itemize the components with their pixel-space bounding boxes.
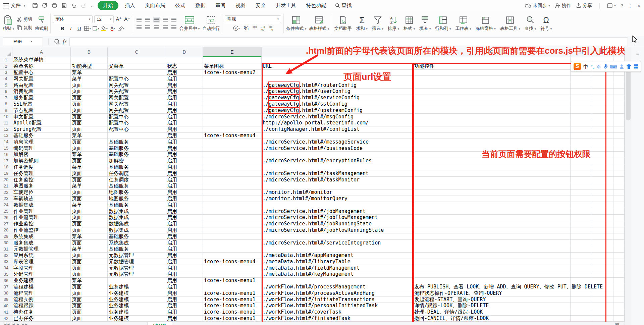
align-center-icon[interactable] — [144, 24, 151, 30]
cell-G32[interactable] — [413, 253, 571, 259]
cell-G27[interactable] — [413, 221, 571, 227]
cell-A24[interactable]: 数据集成 — [12, 202, 71, 208]
row-header-32[interactable]: 32 — [0, 253, 12, 259]
cell-G24[interactable] — [413, 202, 571, 208]
cell-H29[interactable] — [571, 233, 592, 240]
cell-C11[interactable]: 配置中心 — [108, 120, 166, 126]
cell-stub42[interactable] — [613, 316, 625, 322]
align-top-icon[interactable] — [136, 17, 143, 22]
cell-G28[interactable] — [413, 227, 571, 234]
column-header-E[interactable]: E — [203, 47, 262, 57]
ribbon-tool-sigma[interactable]: Σ求和 ▾ — [356, 16, 368, 32]
cell-I24[interactable] — [592, 202, 613, 208]
cell-G10[interactable] — [413, 114, 571, 120]
cell-C8[interactable]: 网关配置 — [108, 101, 166, 108]
find-button[interactable]: 查找 — [335, 2, 352, 9]
decrease-decimal-icon[interactable]: .00→.0 — [268, 26, 273, 31]
cell-B21[interactable]: 菜单 — [71, 183, 108, 189]
cell-B28[interactable]: 页面 — [71, 227, 108, 234]
tab-9[interactable]: 特色功能 — [302, 1, 330, 10]
cell-A26[interactable]: 作业流管理 — [12, 215, 71, 221]
cell-C38[interactable]: 业务建模 — [108, 290, 166, 296]
row-header-30[interactable]: 30 — [0, 240, 12, 246]
cell-D16[interactable]: 启用 — [166, 152, 203, 158]
ribbon-tool-freeze[interactable]: ✳冻结窗格 ▾ — [476, 16, 496, 32]
cell-stub39[interactable] — [613, 296, 625, 303]
cell-B40[interactable]: 页面 — [71, 303, 108, 309]
row-header-2[interactable]: 2 — [0, 63, 12, 70]
row-header-33[interactable]: 33 — [0, 259, 12, 265]
cell-C32[interactable]: 元数据管理 — [108, 253, 166, 259]
cell-A41[interactable]: 待办任务 — [12, 309, 71, 316]
cell-F15[interactable]: ./microService.html#/businessCode — [262, 145, 413, 152]
cell-F24[interactable] — [262, 202, 413, 208]
cell-G42[interactable]: 撤回-CANCEL、详情/跟踪-LOOK — [413, 316, 571, 322]
cell-I42[interactable] — [592, 316, 613, 322]
tab-5[interactable]: 审阅 — [212, 1, 229, 10]
cell-A33[interactable]: 库表管理 — [12, 259, 71, 265]
cell-C13[interactable] — [108, 133, 166, 139]
cell-C9[interactable]: 网关配置 — [108, 107, 166, 114]
cell-A28[interactable]: 作业流监控 — [12, 227, 71, 234]
more-menu-icon[interactable]: ⋮ — [628, 3, 633, 8]
cell-C33[interactable]: 元数据管理 — [108, 259, 166, 265]
cell-A18[interactable]: 任务调度 — [12, 164, 71, 171]
cell-D8[interactable]: 启用 — [166, 101, 203, 108]
cell-B33[interactable]: 页面 — [71, 259, 108, 265]
cell-stub13[interactable] — [613, 133, 625, 139]
row-header-36[interactable]: 36 — [0, 278, 12, 284]
cell-E7[interactable] — [203, 95, 262, 101]
cell-D37[interactable]: 启用 — [166, 284, 203, 290]
cell-F40[interactable]: ./workFlow.html#/personalInitiatedTask — [262, 303, 413, 309]
cell-I33[interactable] — [592, 259, 613, 265]
cell-B36[interactable]: 菜单 — [71, 278, 108, 284]
cell-C1[interactable] — [108, 57, 166, 63]
cell-C40[interactable]: 业务建模 — [108, 303, 166, 309]
cell-H28[interactable] — [571, 227, 592, 234]
row-header-41[interactable]: 41 — [0, 309, 12, 316]
cell-G25[interactable] — [413, 208, 571, 215]
cell-C24[interactable]: 基础服务 — [108, 202, 166, 208]
cell-H10[interactable] — [571, 114, 592, 120]
cell-I21[interactable] — [592, 183, 613, 189]
cell-D40[interactable]: 启用 — [166, 303, 203, 309]
cell-F10[interactable]: ./microService.html#/msgConfig — [262, 114, 413, 120]
tab-3[interactable]: 公式 — [171, 1, 189, 10]
cell-D5[interactable]: 启用 — [166, 82, 203, 89]
cell-A27[interactable]: 作业监控 — [12, 221, 71, 227]
cell-H23[interactable] — [571, 196, 592, 202]
cell-E28[interactable] — [203, 227, 262, 234]
cell-F41[interactable]: ./workFlow.html#/coverTask — [262, 309, 413, 316]
cell-D14[interactable]: 启用 — [166, 139, 203, 145]
cell-G31[interactable] — [413, 246, 571, 253]
cell-C28[interactable]: 数据集成 — [108, 227, 166, 234]
cell-stub23[interactable] — [613, 196, 625, 202]
row-header-23[interactable]: 23 — [0, 196, 12, 202]
cell-F26[interactable]: ./microService.html#/jobFlowManagement — [262, 215, 413, 221]
row-header-9[interactable]: 9 — [0, 107, 12, 114]
cell-A11[interactable]: Apollo配置 — [12, 120, 71, 126]
cell-D31[interactable]: 启用 — [166, 246, 203, 253]
cell-A22[interactable]: 车辆定位 — [12, 189, 71, 196]
tab-1[interactable]: 插入 — [121, 1, 139, 10]
cell-D10[interactable]: 启用 — [166, 114, 203, 120]
cell-F8[interactable]: ./gatewayCfg.html#/sslConfig — [262, 101, 413, 108]
cell-E20[interactable] — [203, 177, 262, 183]
cell-I10[interactable] — [592, 114, 613, 120]
cell-I19[interactable] — [592, 170, 613, 177]
cell-I14[interactable] — [592, 139, 613, 145]
cell-A34[interactable]: 字段管理 — [12, 265, 71, 271]
cell-E13[interactable]: icore-icons-menu4 — [203, 133, 262, 139]
cell-F14[interactable]: ./microService.html#/messageService — [262, 139, 413, 145]
cell-G1[interactable] — [413, 57, 571, 63]
row-header-34[interactable]: 34 — [0, 265, 12, 271]
ribbon-tool-sortaz[interactable]: AZ排序 ▾ — [388, 16, 399, 32]
cell-H18[interactable] — [571, 164, 592, 171]
percent-format-icon[interactable]: % — [243, 25, 250, 32]
cell-A12[interactable]: Spring配置 — [12, 126, 71, 133]
cell-G34[interactable] — [413, 265, 571, 271]
cell-I28[interactable] — [592, 227, 613, 234]
cell-D17[interactable]: 启用 — [166, 158, 203, 164]
cell-I11[interactable] — [592, 120, 613, 126]
cell-F12[interactable]: ./configManager.html#/configList — [262, 126, 413, 133]
